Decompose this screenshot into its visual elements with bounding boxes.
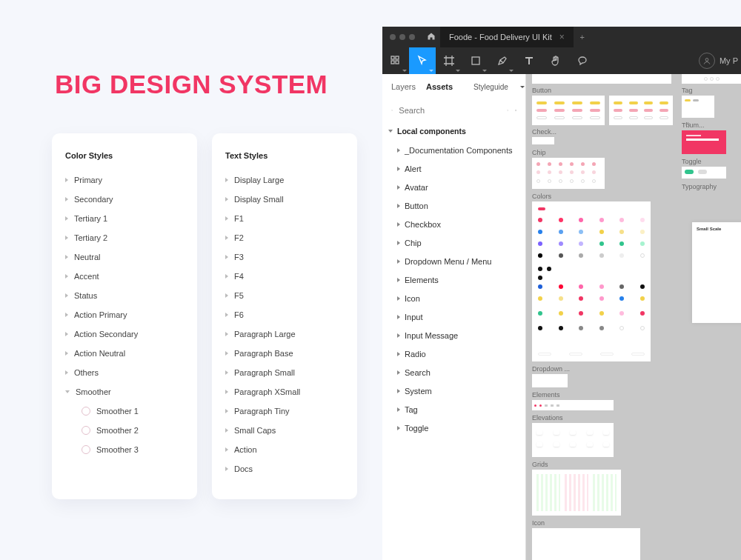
local-components-section[interactable]: Local components: [382, 121, 525, 141]
frame-label[interactable]: Icon: [532, 519, 545, 527]
shape-tool[interactable]: [462, 47, 489, 74]
text-style-row[interactable]: Small Caps: [225, 421, 344, 440]
frame-small-scale[interactable]: Small Scale: [692, 222, 741, 323]
component-row[interactable]: System: [382, 381, 525, 400]
color-style-row[interactable]: Action Secondary: [65, 324, 184, 344]
component-row[interactable]: Chip: [382, 233, 525, 252]
frame-label[interactable]: Chip: [532, 149, 546, 156]
frame-elevations[interactable]: [532, 423, 614, 457]
move-tool[interactable]: [409, 47, 436, 74]
frame-elements[interactable]: [532, 400, 614, 410]
frame-label[interactable]: Tag: [682, 87, 693, 94]
frame-label[interactable]: Typography: [682, 183, 717, 190]
minimize-window-icon[interactable]: [399, 34, 405, 40]
styleguide-select[interactable]: Styleguide: [473, 83, 508, 91]
frame-label[interactable]: Button: [532, 87, 551, 94]
component-row[interactable]: Checkbox: [382, 215, 525, 233]
text-style-row[interactable]: Paragraph Small: [225, 363, 344, 382]
file-tab[interactable]: Foode - Food Delivery UI Kit ×: [440, 27, 574, 47]
frame-grids[interactable]: [532, 470, 621, 516]
comment-tool[interactable]: [569, 47, 596, 74]
text-style-row[interactable]: F2: [225, 228, 344, 247]
text-style-row[interactable]: Paragraph Tiny: [225, 401, 344, 421]
color-style-row[interactable]: Status: [65, 286, 184, 305]
component-row[interactable]: Search: [382, 363, 525, 381]
traffic-lights[interactable]: [382, 34, 422, 40]
frame-label[interactable]: Colors: [532, 193, 551, 200]
smoother-row[interactable]: Smoother 2: [65, 421, 184, 440]
text-style-row[interactable]: Display Large: [225, 170, 344, 190]
frame-chip[interactable]: [532, 158, 605, 189]
frame-label[interactable]: Dropdown ...: [532, 365, 570, 373]
text-style-row[interactable]: F5: [225, 286, 344, 305]
tab-assets[interactable]: Assets: [426, 82, 453, 91]
frame-label[interactable]: Toggle: [682, 158, 702, 165]
frame-label[interactable]: Check...: [532, 128, 556, 136]
figma-canvas[interactable]: Button: [526, 74, 741, 560]
frame-label[interactable]: Elements: [532, 391, 560, 399]
smoother-row[interactable]: Smoother 1: [65, 401, 184, 421]
profile-label[interactable]: My P: [720, 56, 741, 65]
text-style-row[interactable]: Action: [225, 440, 344, 459]
frame-unnamed[interactable]: [532, 74, 671, 84]
color-style-row[interactable]: Accent: [65, 267, 184, 286]
color-style-row[interactable]: Primary: [65, 170, 184, 190]
component-row[interactable]: Tag: [382, 400, 525, 419]
search-input[interactable]: [399, 106, 501, 115]
list-view-icon[interactable]: [507, 106, 508, 115]
text-style-row[interactable]: Docs: [225, 459, 344, 479]
menu-button[interactable]: [382, 47, 409, 74]
component-row[interactable]: Dropdown Menu / Menu: [382, 252, 525, 270]
frame-check[interactable]: [532, 137, 554, 144]
component-row[interactable]: _Documentation Components: [382, 141, 525, 159]
color-style-row[interactable]: Secondary: [65, 190, 184, 209]
color-style-row[interactable]: Neutral: [65, 247, 184, 267]
frame-dropdown[interactable]: [532, 374, 568, 387]
component-row[interactable]: Button: [382, 196, 525, 215]
frame-toggle[interactable]: [682, 167, 726, 179]
frame-unnamed-2[interactable]: [682, 74, 741, 84]
text-tool[interactable]: [516, 47, 542, 74]
pen-tool[interactable]: [489, 47, 516, 74]
frame-button[interactable]: [532, 96, 605, 125]
user-avatar[interactable]: [699, 53, 715, 69]
smoother-group[interactable]: Smoother: [65, 382, 184, 401]
text-style-row[interactable]: Display Small: [225, 190, 344, 209]
text-style-row[interactable]: Paragraph XSmall: [225, 382, 344, 401]
color-style-row[interactable]: Action Primary: [65, 305, 184, 324]
component-row[interactable]: Radio: [382, 344, 525, 363]
text-style-row[interactable]: F4: [225, 267, 344, 286]
frame-label[interactable]: Elevations: [532, 414, 563, 421]
text-style-row[interactable]: Paragraph Base: [225, 344, 344, 363]
frame-thumb[interactable]: [682, 130, 726, 154]
tab-layers[interactable]: Layers: [391, 82, 416, 91]
frame-label[interactable]: Grids: [532, 461, 548, 468]
component-row[interactable]: Input: [382, 307, 525, 326]
smoother-row[interactable]: Smoother 3: [65, 440, 184, 459]
component-row[interactable]: Input Message: [382, 326, 525, 344]
color-style-row[interactable]: Tertiary 1: [65, 209, 184, 228]
color-style-row[interactable]: Others: [65, 363, 184, 382]
close-window-icon[interactable]: [390, 34, 396, 40]
frame-colors[interactable]: [532, 201, 651, 361]
maximize-window-icon[interactable]: [409, 34, 415, 40]
component-row[interactable]: Alert: [382, 159, 525, 178]
text-style-row[interactable]: F1: [225, 209, 344, 228]
new-tab-button[interactable]: +: [574, 33, 591, 41]
text-style-row[interactable]: F3: [225, 247, 344, 267]
hand-tool[interactable]: [542, 47, 569, 74]
frame-button-2[interactable]: [609, 96, 673, 125]
home-button[interactable]: [422, 32, 440, 42]
text-style-row[interactable]: F6: [225, 305, 344, 324]
component-row[interactable]: Icon: [382, 289, 525, 307]
book-icon[interactable]: [515, 106, 516, 115]
component-row[interactable]: Avatar: [382, 178, 525, 196]
component-row[interactable]: Elements: [382, 270, 525, 289]
text-style-row[interactable]: Paragraph Large: [225, 324, 344, 344]
color-style-row[interactable]: Tertiary 2: [65, 228, 184, 247]
frame-tool[interactable]: [436, 47, 462, 74]
close-tab-icon[interactable]: ×: [559, 32, 565, 42]
frame-tag[interactable]: [682, 96, 714, 118]
component-row[interactable]: Toggle: [382, 419, 525, 437]
frame-icon[interactable]: [532, 528, 640, 560]
